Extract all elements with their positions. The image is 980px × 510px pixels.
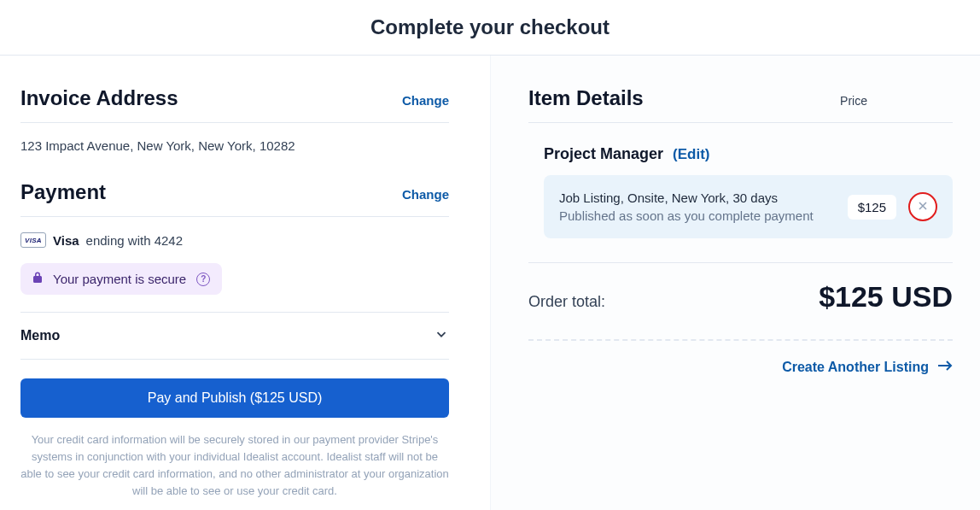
- create-another-listing-link[interactable]: Create Another Listing: [528, 360, 953, 375]
- listing-card: Job Listing, Onsite, New York, 30 days P…: [544, 175, 953, 238]
- item-details-heading: Item Details: [528, 86, 644, 110]
- create-another-label: Create Another Listing: [782, 360, 929, 375]
- listing-price-chip: $125: [848, 195, 896, 220]
- payment-disclaimer: Your credit card information will be sec…: [20, 431, 449, 501]
- item-details-header: Item Details Price: [528, 86, 953, 123]
- item-name: Project Manager: [544, 145, 663, 162]
- memo-expander[interactable]: Memo: [20, 312, 449, 360]
- remove-item-button[interactable]: [908, 192, 937, 221]
- edit-item-link[interactable]: (Edit): [673, 146, 709, 162]
- invoice-heading: Invoice Address: [20, 86, 178, 110]
- lock-icon: [32, 272, 43, 286]
- visa-badge-icon: VISA: [20, 232, 46, 248]
- secure-payment-text: Your payment is secure: [53, 272, 186, 286]
- info-icon[interactable]: ?: [196, 273, 210, 286]
- order-divider: [528, 262, 953, 263]
- main-layout: Invoice Address Change 123 Impact Avenue…: [0, 56, 980, 510]
- listing-summary: Job Listing, Onsite, New York, 30 days: [559, 191, 836, 205]
- right-column: Item Details Price Project Manager (Edit…: [490, 56, 980, 510]
- left-column: Invoice Address Change 123 Impact Avenue…: [0, 56, 490, 510]
- payment-heading: Payment: [20, 180, 106, 204]
- page-header: Complete your checkout: [0, 0, 980, 56]
- item-title-row: Project Manager (Edit): [528, 123, 953, 175]
- payment-card-row: VISA Visa ending with 4242: [20, 217, 449, 263]
- dashed-divider: [528, 339, 953, 341]
- card-brand-text: Visa: [53, 233, 79, 248]
- memo-label: Memo: [20, 328, 60, 343]
- invoice-section-header: Invoice Address Change: [20, 86, 449, 123]
- order-total-row: Order total: $125 USD: [528, 280, 953, 314]
- page-title: Complete your checkout: [0, 15, 980, 39]
- chevron-down-icon: [434, 326, 449, 345]
- payment-section-header: Payment Change: [20, 180, 449, 217]
- price-column-label: Price: [840, 94, 867, 108]
- invoice-address: 123 Impact Avenue, New York, New York, 1…: [20, 123, 449, 177]
- pay-and-publish-button[interactable]: Pay and Publish ($125 USD): [20, 378, 449, 418]
- arrow-right-icon: [937, 360, 953, 375]
- order-total-label: Order total:: [528, 293, 605, 311]
- listing-subtext: Published as soon as you complete paymen…: [559, 208, 836, 223]
- invoice-change-link[interactable]: Change: [402, 93, 449, 108]
- card-ending-text: ending with 4242: [86, 233, 183, 248]
- order-total-value: $125 USD: [819, 280, 953, 314]
- secure-payment-badge: Your payment is secure ?: [20, 263, 222, 295]
- payment-change-link[interactable]: Change: [402, 187, 449, 202]
- close-icon: [918, 199, 928, 214]
- listing-text: Job Listing, Onsite, New York, 30 days P…: [559, 191, 836, 223]
